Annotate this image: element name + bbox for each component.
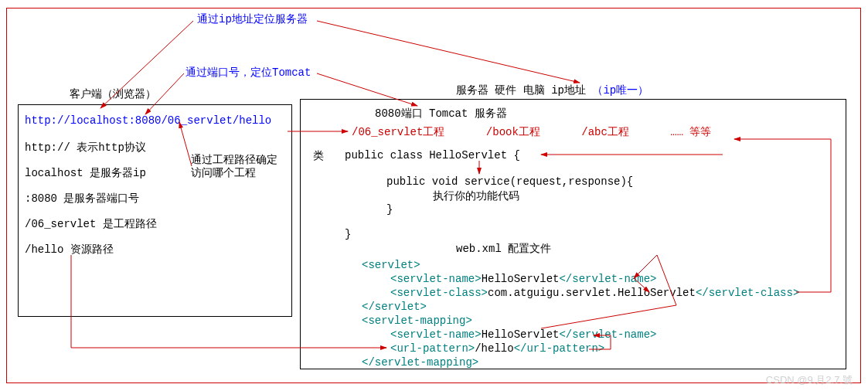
client-host: localhost 是服务器ip (25, 166, 146, 180)
server-port-line: 8080端口 Tomcat 服务器 (375, 107, 507, 121)
server-title-row: 服务器 硬件 电脑 ip地址 （ip唯一） (456, 83, 648, 97)
annotation-projpath2: 访问哪个工程 (191, 166, 256, 180)
xml-mapping-open: <servlet-mapping> (362, 314, 472, 327)
server-projects: /06_servlet工程 /book工程 /abc工程 …… 等等 (352, 125, 711, 139)
watermark: CSDN @9.月2.7.號 (766, 373, 853, 387)
client-url: http://localhost:8080/06_servlet/hello (25, 114, 271, 127)
xml-servlet-class: <servlet-class>com.atguigu.servlet.Hello… (390, 287, 799, 299)
proj2: /book工程 (486, 126, 540, 138)
xml-servlet-close: </servlet> (362, 301, 427, 313)
client-box (18, 104, 292, 317)
webxml-title: web.xml 配置文件 (456, 242, 551, 256)
annotation-port: 通过端口号，定位Tomcat (186, 66, 311, 80)
brace1: } (386, 203, 393, 216)
method-decl: public void service(request,response){ (386, 175, 633, 188)
xml-servlet-name2: <servlet-name>HelloServlet</servlet-name… (390, 328, 656, 341)
annotation-ip: 通过ip地址定位服务器 (197, 12, 308, 26)
client-port: :8080 是服务器端口号 (25, 192, 139, 206)
annotation-projpath1: 通过工程路径确定 (191, 153, 277, 167)
server-title: 服务器 硬件 电脑 ip地址 (456, 84, 586, 97)
proj3: /abc工程 (581, 126, 629, 138)
proj-etc: …… 等等 (670, 126, 711, 138)
class-label: 类 (313, 149, 324, 163)
server-ip-unique: （ip唯一） (592, 84, 648, 97)
method-body: 执行你的功能代码 (433, 189, 519, 203)
xml-url-pattern: <url-pattern>/hello</url-pattern> (390, 342, 604, 355)
xml-mapping-close: </servlet-mapping> (362, 356, 478, 369)
client-title: 客户端（浏览器） (70, 87, 156, 101)
client-protocol: http:// 表示http协议 (25, 141, 146, 155)
client-project: /06_servlet 是工程路径 (25, 217, 157, 231)
client-resource: /hello 资源路径 (25, 243, 114, 257)
brace2: } (345, 228, 351, 240)
xml-servlet-open: <servlet> (362, 259, 420, 271)
xml-servlet-name1: <servlet-name>HelloServlet</servlet-name… (390, 273, 656, 285)
class-decl: public class HelloServlet { (345, 149, 520, 162)
proj1: /06_servlet工程 (352, 126, 444, 138)
